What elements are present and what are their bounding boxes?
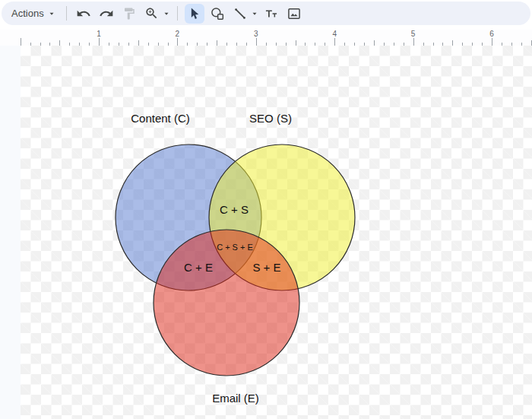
venn-overlap-label-cs[interactable]: C + S bbox=[220, 203, 249, 216]
shape-icon bbox=[210, 6, 225, 21]
ruler-tick bbox=[256, 38, 257, 46]
venn-label-content[interactable]: Content (C) bbox=[131, 112, 190, 125]
select-arrow-icon bbox=[187, 6, 202, 21]
zoom-button[interactable] bbox=[142, 4, 162, 24]
ruler-tick bbox=[21, 38, 21, 46]
text-icon bbox=[264, 6, 279, 21]
actions-menu-button[interactable]: Actions bbox=[6, 4, 61, 24]
ruler-tick bbox=[138, 40, 139, 46]
zoom-icon bbox=[144, 6, 159, 21]
zoom-dropdown-button[interactable] bbox=[162, 4, 172, 24]
chevron-down-icon bbox=[48, 10, 55, 17]
toolbar: Actions bbox=[2, 2, 530, 25]
drawing-editor-window: Actions bbox=[0, 0, 532, 419]
ruler-number: 4 bbox=[332, 30, 337, 38]
venn-overlap-label-cse[interactable]: C + S + E bbox=[217, 243, 253, 252]
actions-menu-label: Actions bbox=[11, 8, 44, 19]
image-icon bbox=[287, 6, 302, 21]
toolbar-divider bbox=[177, 6, 178, 21]
ruler-number: 6 bbox=[489, 30, 494, 38]
ruler: 123456 bbox=[0, 30, 532, 46]
venn-diagram: Content (C) SEO (S) Email (E) C + S C + … bbox=[0, 46, 532, 419]
chevron-down-icon bbox=[163, 10, 170, 17]
ruler-tick bbox=[492, 38, 492, 46]
paint-format-button[interactable] bbox=[119, 4, 139, 24]
ruler-number: 2 bbox=[176, 30, 180, 38]
line-icon bbox=[233, 6, 248, 21]
venn-label-email[interactable]: Email (E) bbox=[212, 392, 259, 405]
shape-tool-button[interactable] bbox=[207, 4, 227, 24]
ruler-tick bbox=[99, 38, 100, 46]
line-dropdown-button[interactable] bbox=[250, 4, 260, 24]
venn-overlap-label-se[interactable]: S + E bbox=[252, 261, 280, 274]
undo-button[interactable] bbox=[74, 4, 93, 24]
ruler-number: 3 bbox=[254, 30, 258, 38]
image-tool-button[interactable] bbox=[284, 4, 304, 24]
ruler-number: 5 bbox=[411, 30, 416, 38]
venn-overlap-label-ce[interactable]: C + E bbox=[184, 261, 213, 274]
ruler-tick bbox=[413, 38, 414, 46]
paint-format-icon bbox=[122, 7, 136, 21]
line-tool-button[interactable] bbox=[230, 4, 250, 24]
undo-icon bbox=[76, 6, 91, 21]
ruler-tick bbox=[177, 38, 178, 46]
venn-label-seo[interactable]: SEO (S) bbox=[249, 112, 292, 125]
ruler-tick bbox=[374, 40, 375, 46]
select-tool-button[interactable] bbox=[185, 4, 204, 24]
toolbar-divider bbox=[66, 6, 67, 21]
ruler-tick bbox=[217, 40, 217, 46]
redo-button[interactable] bbox=[97, 4, 116, 24]
text-tool-button[interactable] bbox=[261, 4, 281, 24]
ruler-tick bbox=[334, 38, 335, 46]
ruler-tick bbox=[59, 40, 60, 46]
ruler-number: 1 bbox=[97, 30, 101, 38]
redo-icon bbox=[99, 6, 114, 21]
ruler-tick bbox=[296, 40, 296, 46]
ruler-tick bbox=[452, 40, 453, 46]
chevron-down-icon bbox=[251, 10, 258, 17]
